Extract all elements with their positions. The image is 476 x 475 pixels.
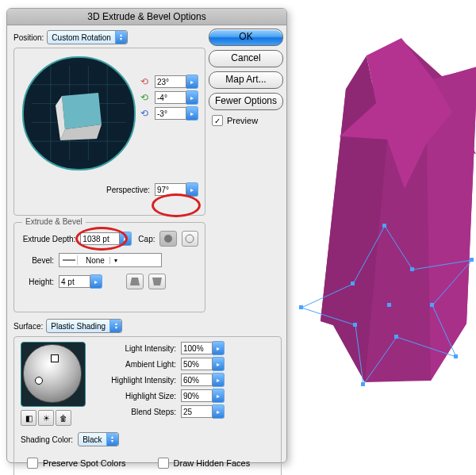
rotate-y-icon: ⟲ (139, 92, 150, 103)
light-back-button[interactable]: ◧ (21, 410, 36, 426)
ok-button[interactable]: OK (209, 29, 283, 46)
rotate-z-icon: ⟲ (139, 108, 150, 119)
draw-hidden-checkbox[interactable] (158, 458, 169, 469)
svg-marker-0 (321, 40, 476, 382)
preview-checkbox[interactable]: ✓ (212, 115, 223, 126)
svg-marker-4 (301, 226, 472, 385)
delete-light-button[interactable]: 🗑 (56, 410, 71, 426)
blend-steps-label: Blend Steps: (94, 408, 176, 416)
svg-marker-24 (62, 93, 102, 129)
rotate-y-field[interactable]: ▸ (155, 91, 198, 104)
perspective-label: Perspective: (106, 186, 150, 194)
svg-rect-8 (430, 303, 434, 307)
svg-marker-3 (321, 56, 387, 382)
extrude-depth-label: Extrude Depth: (21, 235, 75, 243)
cap-hollow-icon (185, 234, 194, 243)
bevel-select[interactable]: None ▾ (59, 253, 162, 267)
highlight-intensity-field[interactable]: ▸ (181, 373, 225, 386)
bevel-extent-in-button[interactable] (126, 274, 144, 289)
light-intensity-label: Light Intensity: (94, 344, 176, 353)
cap-off-button[interactable] (182, 231, 198, 247)
bevel-out-icon (152, 278, 162, 285)
bevel-extent-out-button[interactable] (148, 274, 166, 289)
blend-steps-field[interactable]: ▸ (181, 405, 225, 418)
bevel-label: Bevel: (21, 256, 54, 265)
rotate-z-field[interactable]: ▸ (155, 107, 198, 120)
updown-icon: ▴▾ (106, 433, 118, 446)
chevron-down-icon: ▾ (109, 257, 121, 264)
svg-point-27 (164, 235, 172, 243)
svg-rect-6 (410, 267, 414, 271)
light-intensity-field[interactable]: ▸ (181, 342, 225, 354)
extrude-bevel-dialog: 3D Extrude & Bevel Options OK Cancel Map… (6, 8, 287, 463)
svg-point-28 (186, 235, 194, 243)
perspective-field[interactable]: ▸ (155, 183, 198, 196)
updown-icon: ▴▾ (115, 31, 127, 44)
highlight-size-field[interactable]: ▸ (181, 389, 225, 402)
preview-label: Preview (227, 116, 258, 125)
surface-label: Surface: (13, 322, 43, 331)
bevel-in-icon (130, 278, 140, 285)
rotate-x-icon: ⟲ (139, 76, 150, 87)
position-label: Position: (13, 33, 44, 42)
extruded-star-preview (294, 32, 476, 412)
cap-on-button[interactable] (159, 231, 176, 247)
highlight-size-label: Highlight Size: (94, 392, 176, 400)
updown-icon: ▴▾ (109, 320, 121, 332)
preserve-spot-label: Preserve Spot Colors (43, 458, 126, 468)
svg-rect-10 (394, 335, 398, 339)
cancel-button[interactable]: Cancel (209, 50, 283, 67)
extrude-depth-field[interactable]: ▸ (80, 232, 132, 245)
fewer-options-button[interactable]: Fewer Options (209, 93, 283, 110)
svg-rect-5 (382, 224, 386, 228)
svg-rect-9 (454, 354, 458, 358)
preserve-spot-checkbox[interactable] (27, 458, 38, 469)
bevel-height-field[interactable]: ▸ (59, 275, 102, 288)
bevel-height-label: Height: (21, 278, 54, 286)
bevel-none-icon (63, 257, 75, 263)
svg-rect-15 (387, 303, 391, 307)
ambient-light-field[interactable]: ▸ (181, 358, 225, 370)
cap-solid-icon (163, 234, 173, 243)
svg-rect-12 (353, 323, 357, 327)
shading-color-label: Shading Color: (21, 435, 73, 444)
ambient-light-label: Ambient Light: (94, 360, 176, 369)
cap-label: Cap: (138, 235, 155, 243)
extrude-legend: Extrude & Bevel (22, 217, 86, 226)
svg-rect-11 (361, 382, 365, 386)
cube-icon (52, 86, 109, 144)
surface-mode-select[interactable]: Plastic Shading ▴▾ (46, 319, 122, 333)
map-art-button[interactable]: Map Art... (209, 71, 283, 89)
highlight-intensity-label: Highlight Intensity: (94, 376, 176, 385)
svg-rect-13 (299, 305, 303, 309)
svg-rect-7 (470, 258, 474, 262)
position-mode-select[interactable]: Custom Rotation ▴▾ (47, 30, 127, 44)
svg-marker-2 (427, 67, 476, 381)
light-sphere[interactable] (23, 344, 82, 403)
shading-color-select[interactable]: Black ▴▾ (78, 432, 118, 446)
rotate-x-field[interactable]: ▸ (155, 75, 198, 88)
svg-marker-30 (130, 278, 140, 285)
svg-marker-31 (152, 278, 162, 285)
dialog-title: 3D Extrude & Bevel Options (7, 9, 286, 25)
draw-hidden-label: Draw Hidden Faces (174, 458, 251, 468)
new-light-button[interactable]: ☀ (38, 410, 54, 426)
svg-marker-1 (340, 38, 476, 189)
svg-rect-14 (351, 282, 355, 285)
rotation-trackball[interactable] (22, 56, 136, 170)
